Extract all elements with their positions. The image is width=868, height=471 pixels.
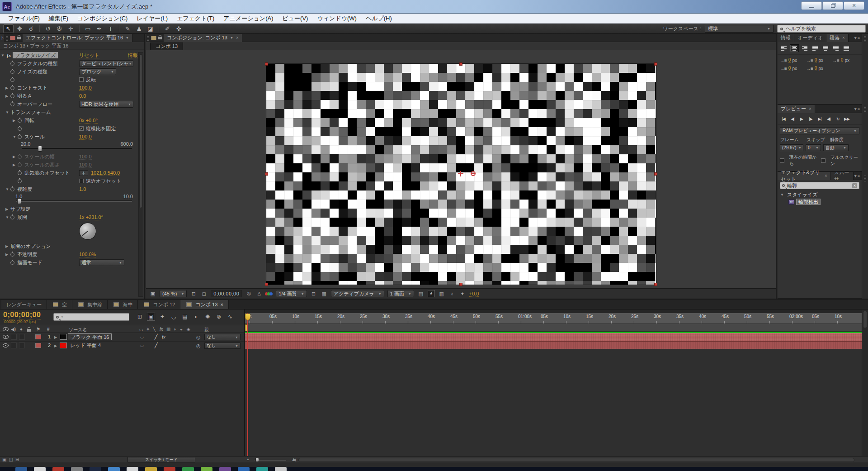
minimize-button[interactable] — [801, 1, 822, 10]
twirl-right-icon[interactable]: ▶ — [5, 86, 10, 90]
scale-value[interactable]: 100.0 — [79, 134, 92, 140]
twirl-right-icon[interactable]: ▶ — [5, 207, 10, 211]
pen-tool[interactable]: ✒ — [94, 24, 104, 33]
evolution-value[interactable]: 1x +231.0° — [79, 214, 103, 220]
twirl-down-icon[interactable]: ▼ — [13, 135, 18, 139]
stopwatch-icon[interactable] — [18, 119, 22, 123]
menu-effect[interactable]: エフェクト(T) — [172, 14, 219, 24]
quality-switch[interactable]: ╱ — [155, 334, 158, 340]
panel-grip[interactable] — [6, 35, 8, 41]
fullscreen-checkbox[interactable] — [821, 158, 826, 163]
parent-column-header[interactable]: 親 — [204, 327, 209, 333]
align-left-button[interactable] — [779, 44, 788, 52]
stopwatch-icon[interactable] — [10, 252, 14, 257]
quality-switch[interactable]: ╱ — [155, 343, 158, 348]
tab-audio[interactable]: オーディオ — [794, 34, 826, 42]
indent-right-field[interactable]: →≡0px — [832, 56, 859, 64]
group-row-transform[interactable]: ▼ トランスフォーム — [0, 108, 137, 116]
composition-mini-flowchart-icon[interactable]: ⊞ — [136, 313, 144, 321]
auto-keyframe-icon[interactable]: ⊚ — [215, 313, 223, 321]
lock-icon[interactable] — [17, 37, 21, 39]
viewer-comp-tab[interactable]: コンポ 13 — [150, 43, 183, 50]
close-icon[interactable]: × — [825, 173, 827, 178]
parent-pickwhip-icon[interactable]: ◎ — [196, 343, 201, 349]
clear-search-icon[interactable]: ✕ — [852, 183, 857, 188]
slider-thumb[interactable] — [17, 198, 21, 204]
safe-areas-icon[interactable]: ⊡ — [190, 290, 197, 297]
unified-camera-tool[interactable]: ✇ — [54, 24, 65, 33]
skip-select[interactable]: 0▼ — [806, 144, 821, 151]
taskbar-app-icon[interactable] — [201, 467, 212, 471]
aspect-lock-checkbox[interactable]: ✓ — [79, 126, 84, 131]
switch-mode-toggle-button[interactable]: スイッチ / モード — [127, 457, 195, 462]
taskbar-app-icon[interactable] — [52, 467, 64, 471]
show-snapshot-icon[interactable]: ♙ — [255, 290, 263, 297]
timeline-zoom-control[interactable]: ▲ ▲ — [246, 457, 296, 463]
frame-blending-icon[interactable]: ▤ — [181, 313, 189, 321]
layer-handle-bottom-left[interactable] — [265, 283, 268, 286]
layer-bar-1[interactable] — [245, 333, 862, 342]
taskbar-app-icon[interactable] — [15, 467, 27, 471]
workspace-select[interactable]: 標準▼ — [705, 25, 774, 33]
taskbar-app-icon[interactable] — [275, 467, 287, 471]
shy-switch[interactable]: ◡ — [140, 334, 144, 339]
resolution-preview-select[interactable]: 自動▼ — [823, 144, 849, 151]
timeline-track-area[interactable]: 0s05s10s15s20s25s30s35s40s45s50s55s01:00… — [244, 309, 862, 456]
taskbar-app-icon[interactable] — [90, 467, 101, 471]
audio-cell[interactable] — [11, 334, 17, 340]
first-frame-button[interactable]: |◀ — [779, 115, 788, 122]
taskbar-app-icon[interactable] — [145, 467, 157, 471]
twirl-right-icon[interactable]: ▶ — [54, 344, 59, 348]
from-current-time-checkbox[interactable] — [780, 158, 784, 163]
effect-header-row[interactable]: ▼ fx フラクタルノイズ リセット 情報 — [0, 51, 137, 59]
solo-cell[interactable] — [19, 334, 25, 340]
graph-editor-icon[interactable]: ∿ — [226, 313, 234, 321]
tab-comp-12[interactable]: コンポ 12 — [138, 300, 180, 309]
frame-rate-select[interactable]: (29.97)▼ — [780, 144, 803, 151]
layer-anchor-point[interactable] — [458, 171, 463, 176]
twirl-down-icon[interactable]: ▼ — [5, 187, 10, 191]
twirl-right-icon[interactable]: ▶ — [13, 155, 18, 159]
panel-grip[interactable] — [147, 35, 149, 41]
timeline-search-input[interactable]: ▼ — [53, 313, 129, 321]
slider-track[interactable] — [16, 200, 132, 202]
twirl-right-icon[interactable]: ▶ — [54, 335, 59, 339]
timeline-button-icon[interactable]: ▥ — [438, 290, 445, 297]
indent-left-field[interactable]: →≡0px — [780, 56, 806, 64]
view-layout-select[interactable]: 1 画面▼ — [387, 290, 414, 297]
type-tool[interactable]: T — [105, 24, 116, 33]
play-button[interactable]: ▶ — [797, 115, 806, 122]
fast-previews-icon[interactable]: ⚡ — [428, 290, 435, 297]
selection-tool[interactable]: ↖ — [3, 24, 14, 33]
group-row-sub-settings[interactable]: ▶ サブ設定 — [0, 205, 137, 213]
category-row-stylize[interactable]: ▼ スタイライズ — [778, 191, 862, 198]
field-value[interactable]: 0 — [841, 57, 844, 63]
view-select[interactable]: アクティブカメラ▼ — [331, 290, 384, 297]
layer-handle-top-left[interactable] — [265, 62, 268, 66]
menu-window[interactable]: ウィンドウ(W) — [312, 14, 361, 24]
evolution-dial[interactable] — [79, 223, 96, 240]
taskbar-app-icon[interactable] — [256, 467, 268, 471]
twirl-right-icon[interactable]: ▶ — [5, 252, 10, 257]
effect-controls-tab[interactable]: エフェクトコントロール: ブラック 平面 16▼ — [23, 34, 132, 42]
tab-preview[interactable]: プレビュー× — [778, 105, 815, 113]
taskbar-app-icon[interactable] — [219, 467, 231, 471]
expand-layer-switches-icon[interactable]: ▣ — [2, 457, 6, 462]
reset-link[interactable]: リセット — [79, 52, 99, 58]
hide-shy-layers-icon[interactable]: ◡ — [170, 313, 178, 321]
tab-comp-sky[interactable]: 空 — [47, 300, 72, 309]
close-icon[interactable]: × — [220, 302, 223, 307]
taskbar-app-icon[interactable] — [238, 467, 250, 471]
parent-pickwhip-icon[interactable]: ◎ — [196, 334, 201, 340]
exposure-value[interactable]: +0.0 — [469, 291, 479, 297]
parent-select[interactable]: なし▼ — [204, 343, 241, 349]
stopwatch-icon[interactable] — [18, 171, 22, 175]
timeline-horizontal-scrollbar[interactable] — [298, 458, 854, 462]
label-color-chip[interactable] — [35, 343, 41, 348]
layer-bar-2[interactable] — [245, 342, 862, 349]
work-area-bar[interactable] — [245, 324, 862, 332]
stopwatch-icon[interactable] — [10, 86, 14, 90]
layer-row-1[interactable]: ▶ 1 ブラック 平面 16 ◡ ╱ fx ◎ なし▼ — [0, 333, 244, 342]
justify-last-left-button[interactable] — [811, 44, 820, 52]
brush-tool[interactable]: ✎ — [123, 24, 133, 33]
